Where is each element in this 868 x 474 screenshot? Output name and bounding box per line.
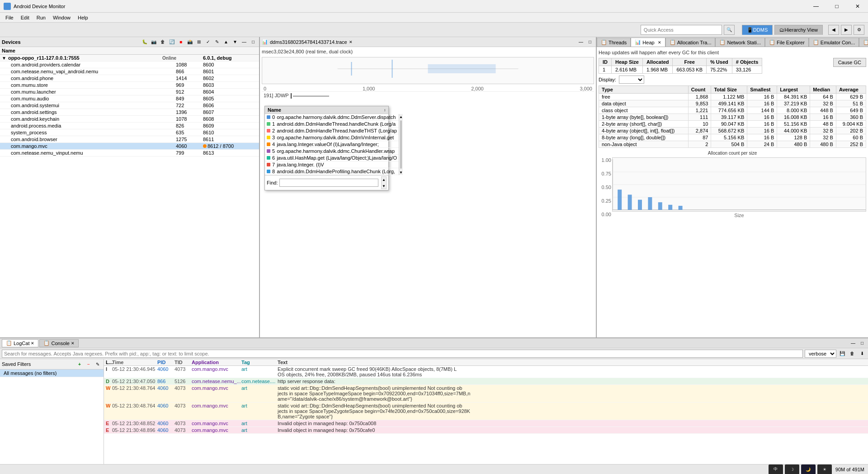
process-row[interactable]: com.android.keychain 1078 8608 (0, 116, 259, 123)
menu-edit[interactable]: Edit (17, 14, 33, 21)
process-row[interactable]: com.mango.mvc 4060 8612 / 8700 (0, 143, 259, 150)
log-content[interactable]: L... Time PID TID Application Tag Text I… (104, 359, 868, 464)
screenshot-btn[interactable]: 📷 (150, 38, 158, 46)
process-row[interactable]: com.mumu.store 969 8603 (0, 82, 259, 89)
log-row[interactable]: I 05-12 21:30:46.945 4060 4073 com.mango… (104, 366, 868, 378)
log-row[interactable]: D 05-12 21:30:47.050 866 5126 com.neteas… (104, 378, 868, 385)
corner-icon-moon2[interactable]: 🌙 (801, 465, 816, 474)
toolbar-extra-btn2[interactable]: ▶ (841, 25, 852, 35)
popup-item[interactable]: 2 android.ddm.DdmHandleThread.handleTHST… (265, 128, 399, 134)
log-search-input[interactable] (2, 350, 803, 358)
process-row[interactable]: com.netease.nemu_vapi_android.nemu 866 8… (0, 68, 259, 75)
popup-item[interactable]: 0 org.apache.harmony.dalvik.ddmc.DdmServ… (265, 114, 399, 121)
cause-gc-button[interactable]: Cause GC (833, 58, 866, 67)
layout-btn[interactable]: ⊞ (195, 38, 203, 46)
device-item[interactable]: ▼ oppo-oppo_r11-127.0.0.1:7555 Online 6.… (0, 55, 259, 62)
quick-access-input[interactable] (641, 25, 722, 35)
log-tid: 4073 (175, 421, 192, 426)
process-row[interactable]: com.mumu.audio 849 8605 (0, 95, 259, 102)
debug-btn[interactable]: 🐛 (141, 38, 149, 46)
toolbar-search-btn[interactable]: 🔍 (724, 25, 735, 35)
popup-scrollbar-thumb[interactable] (400, 120, 402, 169)
refresh-btn[interactable]: 🔄 (168, 38, 176, 46)
timeline-chart[interactable] (262, 57, 594, 84)
menu-file[interactable]: File (2, 14, 17, 21)
process-row[interactable]: com.android.settings 1396 8607 (0, 109, 259, 116)
remove-filter-btn[interactable]: − (85, 360, 93, 368)
log-clear-btn[interactable]: 🗑 (848, 350, 856, 358)
toolbar-extra-btn1[interactable]: ◀ (828, 25, 839, 35)
right-tab-heap[interactable]: 📊Heap✕ (631, 38, 665, 47)
process-row[interactable]: system_process 635 8610 (0, 129, 259, 136)
process-row[interactable]: com.android.providers.calendar 1088 8600 (0, 62, 259, 68)
find-input[interactable] (279, 179, 378, 187)
log-save-btn[interactable]: 💾 (838, 350, 846, 358)
down-btn[interactable]: ▼ (231, 38, 239, 46)
popup-item[interactable]: 5 org.apache.harmony.dalvik.ddmc.ChunkHa… (265, 148, 399, 155)
log-row[interactable]: E 05-12 21:30:48.896 4060 4073 com.mango… (104, 427, 868, 434)
minimize-button[interactable]: — (806, 0, 826, 13)
corner-icon-moon1[interactable]: ☽ (785, 465, 799, 474)
menu-help[interactable]: Help (74, 14, 92, 21)
right-tab-allocation-tra---[interactable]: 📋Allocation Tra... (665, 38, 716, 47)
right-tab-emulator-con---[interactable]: 📋Emulator Con... (809, 38, 859, 47)
filter-all-messages[interactable]: All messages (no filters) (0, 370, 104, 377)
trace-max-btn[interactable]: □ (586, 38, 594, 46)
bottom-tab-logcat[interactable]: 📋LogCat✕ (2, 339, 38, 347)
trace-min-btn[interactable]: — (577, 38, 585, 46)
check-btn[interactable]: ✓ (204, 38, 212, 46)
corner-icon-sun[interactable]: ☀ (817, 465, 832, 474)
maximize-button[interactable]: □ (826, 0, 847, 13)
popup-item[interactable]: 6 java.util.HashMap.get (Ljava/lang/Obje… (265, 155, 399, 161)
process-row[interactable]: com.mumu.launcher 912 8604 (0, 89, 259, 95)
popup-item[interactable]: 8 android.ddm.DdmHandleProfiling.handleC… (265, 168, 399, 175)
menu-window[interactable]: Window (49, 14, 74, 21)
process-row[interactable]: com.android.browser 1275 8611 (0, 136, 259, 143)
menu-run[interactable]: Run (33, 14, 49, 21)
toolbar-extra-btn3[interactable]: ⚙ (854, 25, 864, 35)
up-btn[interactable]: ▲ (222, 38, 230, 46)
bottom-tab-console[interactable]: 📋Console✕ (39, 339, 78, 347)
display-select[interactable]: Stats (619, 76, 644, 84)
popup-scroll-down[interactable]: ▼ (399, 170, 403, 175)
log-expand-btn[interactable]: □ (858, 339, 866, 347)
right-tab-system-infor---[interactable]: 📋System Infor... (859, 38, 868, 47)
edit-filter-btn[interactable]: ✎ (94, 360, 102, 368)
find-scroll-up[interactable]: ▲ (382, 177, 386, 182)
process-row[interactable]: com.android.systemui 722 8606 (0, 102, 259, 109)
popup-item[interactable]: 1 android.ddm.DdmHandleThread.handleChun… (265, 121, 399, 128)
popup-scroll-up[interactable]: ▲ (399, 114, 403, 119)
right-tab-network-stati---[interactable]: 📋Network Stati... (715, 38, 765, 47)
right-tab-file-explorer[interactable]: 📋File Explorer (765, 38, 809, 47)
popup-item[interactable]: 7 java.lang.Integer. (I)V (265, 161, 399, 168)
tab-close[interactable]: ✕ (71, 341, 75, 346)
right-tab-threads[interactable]: 📋Threads (597, 38, 631, 47)
tab-hierarchy-view[interactable]: 🗂 Hierarchy View (774, 25, 823, 35)
log-text: Invalid object in managed heap: 0x750caf… (278, 427, 866, 433)
tab-close[interactable]: ✕ (31, 341, 34, 346)
log-level-select[interactable]: verbose debug info warn error (805, 350, 836, 358)
add-filter-btn[interactable]: + (75, 360, 84, 368)
expand-panel-btn[interactable]: □ (249, 38, 257, 46)
log-row[interactable]: E 05-12 21:30:48.852 4060 4073 com.mango… (104, 420, 868, 427)
log-row[interactable]: W 05-12 21:30:48.764 4060 4073 com.mango… (104, 403, 868, 420)
delete-btn[interactable]: 🗑 (159, 38, 167, 46)
log-row[interactable]: W 05-12 21:30:48.764 4060 4073 com.mango… (104, 385, 868, 403)
stop-btn[interactable]: ■ (177, 38, 185, 46)
corner-icon-zh[interactable]: 中 (769, 465, 783, 474)
popup-item[interactable]: 3 org.apache.harmony.dalvik.ddmc.DdmVmIn… (265, 134, 399, 141)
close-icon[interactable]: ✕ (658, 40, 661, 45)
log-collapse-btn[interactable]: — (849, 339, 857, 347)
edit-btn[interactable]: ✎ (213, 38, 221, 46)
minimize-panel-btn[interactable]: — (240, 38, 248, 46)
process-row[interactable]: android.process.media 826 8609 (0, 123, 259, 129)
process-row[interactable]: com.netease.nemu_vinput.nemu 799 8613 (0, 150, 259, 156)
trace-close-icon[interactable]: ✕ (349, 40, 353, 44)
find-scroll-down[interactable]: ▼ (382, 183, 386, 189)
camera-btn[interactable]: 📸 (186, 38, 194, 46)
log-scroll-btn[interactable]: ⬇ (858, 350, 866, 358)
process-row[interactable]: com.android.phone 1414 8602 (0, 75, 259, 82)
tab-ddms[interactable]: 📱 DDMS (742, 25, 773, 35)
popup-item[interactable]: 4 java.lang.Integer.valueOf (I)Ljava/lan… (265, 141, 399, 148)
close-button[interactable]: ✕ (847, 0, 868, 13)
